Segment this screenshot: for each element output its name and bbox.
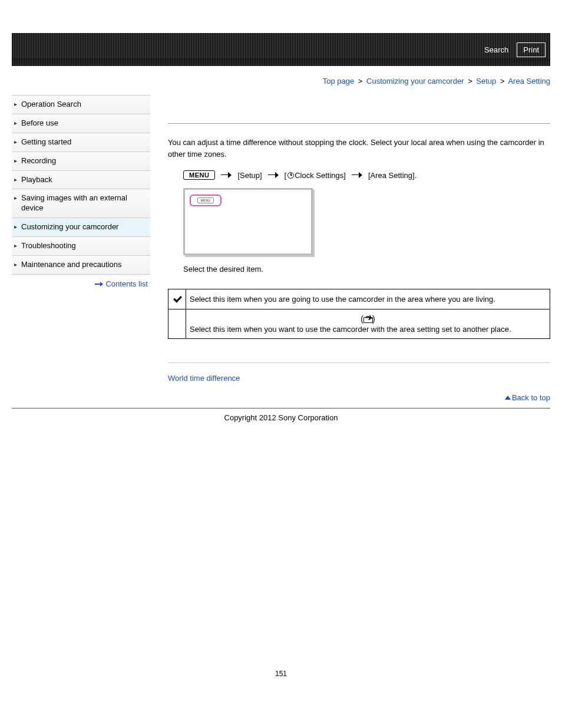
option-icon-cell (168, 289, 186, 309)
footer-divider (12, 408, 550, 409)
arrow-right-icon (221, 172, 232, 178)
top-banner: Search Print (12, 33, 550, 66)
sidebar-item-getting-started[interactable]: Getting started (12, 133, 150, 152)
destination-icon: ✈ (363, 316, 372, 323)
option-destination-cell: (✈) Select this item when you want to us… (186, 309, 550, 339)
breadcrumb-sep: > (466, 77, 474, 85)
breadcrumb-customizing[interactable]: Customizing your camcorder (366, 77, 464, 85)
menu-navigation-path: MENU [Setup] [Clock Settings] [Area Sett… (183, 170, 550, 180)
menu-highlight-label: MENU (197, 197, 214, 203)
sidebar-list: Operation Search Before use Getting star… (12, 95, 150, 275)
section-divider (168, 123, 550, 124)
sidebar-item-before-use[interactable]: Before use (12, 114, 150, 133)
clock-settings-label: Clock Settings] (295, 171, 346, 180)
related-divider (168, 363, 550, 363)
breadcrumb-sep: > (356, 77, 365, 85)
sidebar-item-troubleshooting[interactable]: Troubleshooting (12, 237, 150, 256)
breadcrumb-sep: > (498, 77, 507, 85)
breadcrumb: Top page > Customizing your camcorder > … (12, 66, 550, 95)
menu-chip-icon: MENU (183, 170, 215, 180)
option-text-destination: Select this item when you want to use th… (190, 325, 546, 334)
option-text-home: Select this item when you are going to u… (186, 289, 550, 309)
sidebar-item-recording[interactable]: Recording (12, 152, 150, 171)
main-content: You can adjust a time difference without… (168, 95, 550, 406)
sidebar: Operation Search Before use Getting star… (12, 95, 150, 288)
intro-text: You can adjust a time difference without… (168, 137, 550, 160)
bracket-open: [ (285, 171, 287, 180)
menu-step-setup: [Setup] (237, 171, 262, 180)
option-icon-cell (168, 309, 186, 339)
destination-icon-row: (✈) (190, 314, 546, 324)
contents-list-link[interactable]: Contents list (105, 279, 148, 288)
menu-step-clock-settings: [Clock Settings] (285, 171, 346, 180)
check-icon (173, 294, 182, 302)
arrow-right-icon (95, 282, 103, 286)
table-row: Select this item when you are going to u… (168, 289, 550, 309)
table-row: (✈) Select this item when you want to us… (168, 309, 550, 339)
clock-icon (287, 172, 294, 179)
camcorder-screenshot: MENU (183, 188, 313, 255)
sidebar-item-playback[interactable]: Playback (12, 171, 150, 190)
copyright-text: Copyright 2012 Sony Corporation (12, 413, 550, 422)
back-to-top-link[interactable]: Back to top (512, 393, 550, 402)
sidebar-item-customizing[interactable]: Customizing your camcorder (12, 218, 150, 237)
menu-step-area-setting: [Area Setting]. (368, 171, 416, 180)
sidebar-item-maintenance[interactable]: Maintenance and precautions (12, 256, 150, 275)
sidebar-item-operation-search[interactable]: Operation Search (12, 95, 150, 114)
related-link-world-time[interactable]: World time difference (168, 374, 240, 383)
instruction-text: Select the desired item. (183, 265, 550, 274)
print-button[interactable]: Print (517, 42, 546, 57)
menu-highlight-box: MENU (190, 195, 222, 206)
arrow-right-icon (268, 172, 279, 178)
search-link[interactable]: Search (481, 43, 512, 57)
sidebar-item-saving-images[interactable]: Saving images with an external device (12, 189, 150, 218)
plane-icon: ✈ (366, 313, 373, 322)
arrow-right-icon (352, 172, 362, 178)
breadcrumb-top-page[interactable]: Top page (323, 77, 355, 85)
triangle-up-icon (505, 396, 511, 400)
options-table: Select this item when you are going to u… (168, 289, 550, 339)
breadcrumb-area-setting[interactable]: Area Setting (508, 77, 550, 85)
page-number: 151 (12, 670, 550, 690)
breadcrumb-setup[interactable]: Setup (476, 77, 496, 85)
